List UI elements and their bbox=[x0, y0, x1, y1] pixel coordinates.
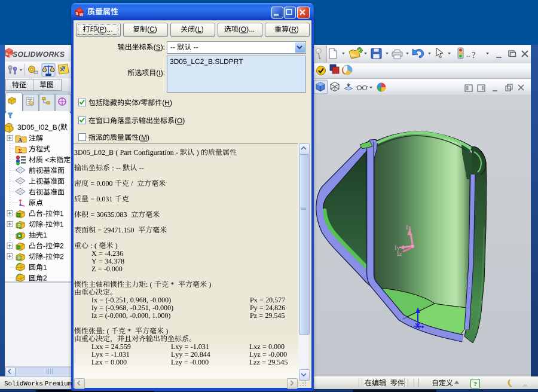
svg-text:..: .. bbox=[466, 50, 470, 59]
svg-text:Σ: Σ bbox=[19, 148, 23, 154]
svg-text:S: S bbox=[76, 11, 79, 16]
svg-text:W: W bbox=[10, 54, 13, 57]
svg-text:?: ? bbox=[472, 50, 476, 60]
svg-text:A: A bbox=[18, 137, 23, 143]
svg-text:W: W bbox=[80, 13, 84, 17]
svg-text:S: S bbox=[6, 52, 8, 56]
